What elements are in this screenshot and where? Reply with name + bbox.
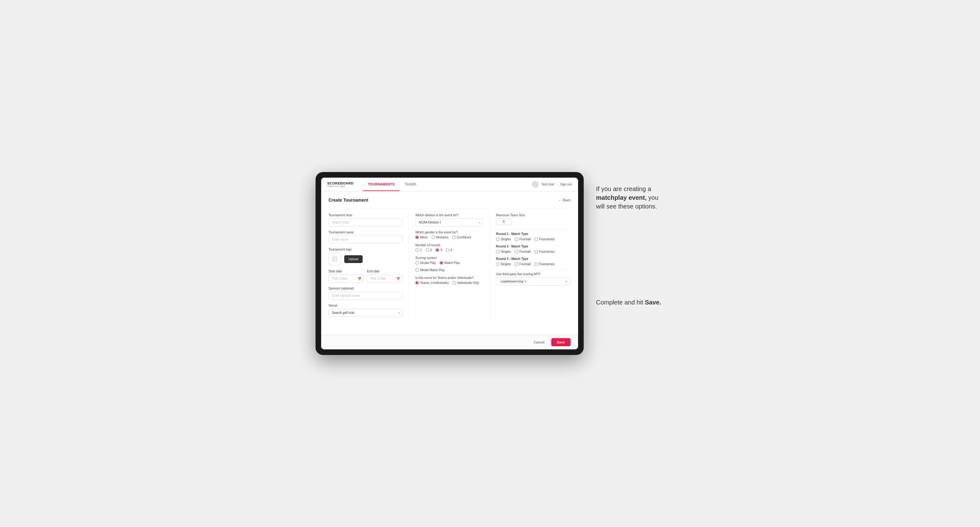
rounds-2[interactable]: 2 <box>426 248 432 252</box>
api-tag-close[interactable]: ✕ <box>524 280 527 283</box>
logo-subtitle: Powered by clippit <box>328 185 353 187</box>
end-date-label: End date <box>367 270 402 273</box>
scoring-match[interactable]: Match Play <box>440 261 460 265</box>
tournament-name-group: Tournament name <box>329 231 403 243</box>
api-dropdown-arrow: ▼ <box>565 280 568 283</box>
end-date-input[interactable] <box>367 275 402 283</box>
teams-group: Is this event for Teams and/or Individua… <box>415 276 483 284</box>
division-group: Which division is the event for? NCAA Di… <box>415 213 483 226</box>
nav-logo: SCOREBOARD Powered by clippit <box>328 181 353 187</box>
round3-foursomes[interactable]: Foursomes <box>535 262 555 266</box>
nav-tab-tournaments[interactable]: TOURNAMENTS <box>363 178 399 191</box>
scoring-stroke[interactable]: Stroke Play <box>415 261 436 265</box>
teams-plus-individuals[interactable]: Teams (+Individuals) <box>415 281 449 284</box>
venue-group: Venue Search golf club <box>329 304 403 317</box>
individuals-only[interactable]: Individuals Only <box>452 281 479 284</box>
max-team-size-group: Maximum Team Size <box>496 213 571 225</box>
start-date-wrapper <box>329 275 364 283</box>
division-label: Which division is the event for? <box>415 213 483 217</box>
sponsor-input[interactable] <box>329 292 403 300</box>
tournament-logo-label: Tournament logo <box>329 248 403 251</box>
date-row: Start date End date <box>329 270 403 283</box>
svg-point-1 <box>334 258 334 258</box>
teams-label: Is this event for Teams and/or Individua… <box>415 276 483 279</box>
end-date-wrapper <box>367 275 402 283</box>
round3-singles[interactable]: Singles <box>496 262 511 266</box>
nav-tab-teams[interactable]: TEAMS <box>399 178 421 191</box>
division-select[interactable]: NCAA Division I NCAA Division II NCAA Di… <box>415 219 483 226</box>
round1-fourball[interactable]: Fourball <box>515 238 531 241</box>
round2-fourball[interactable]: Fourball <box>515 250 531 253</box>
rounds-1[interactable]: 1 <box>415 248 422 252</box>
round2-label: Round 2 - Match Type <box>496 244 571 248</box>
nav-right: Test User | Sign out <box>532 181 572 188</box>
api-select-wrapper[interactable]: Leaderboard King ✕ ▼ <box>496 277 571 286</box>
form-col-3: Maximum Team Size Round 1 - Match Type S… <box>490 213 571 321</box>
round1-foursomes[interactable]: Foursomes <box>535 238 555 241</box>
save-button[interactable]: Save <box>551 338 571 346</box>
gender-womens[interactable]: Womens <box>431 236 449 239</box>
round3-radio-group: Singles Fourball Foursomes <box>496 262 571 266</box>
api-group: Use third-party live scoring API? Leader… <box>496 272 571 286</box>
nav-tabs: TOURNAMENTS TEAMS <box>363 178 421 191</box>
round1-radio-group: Singles Fourball Foursomes <box>496 238 571 241</box>
tablet-screen: SCOREBOARD Powered by clippit TOURNAMENT… <box>321 178 578 349</box>
gender-mens[interactable]: Mens <box>415 236 428 239</box>
rounds-3[interactable]: 3 <box>436 248 442 252</box>
rounds-4[interactable]: 4 <box>446 248 452 252</box>
max-team-size-label: Maximum Team Size <box>496 213 571 217</box>
page-title: Create Tournament <box>329 198 368 203</box>
sponsor-group: Sponsor (optional) <box>329 287 403 300</box>
start-date-label: Start date <box>329 270 364 273</box>
venue-select[interactable]: Search golf club <box>329 309 403 317</box>
start-date-input[interactable] <box>329 275 364 283</box>
round3-fourball[interactable]: Fourball <box>515 262 531 266</box>
venue-select-wrapper: Search golf club <box>329 309 403 317</box>
nav-bar: SCOREBOARD Powered by clippit TOURNAMENT… <box>321 178 578 191</box>
avatar <box>532 181 539 188</box>
rounds-group: Number of rounds 1 2 <box>415 243 483 252</box>
logo-title: SCOREBOARD <box>328 181 353 185</box>
api-tag: Leaderboard King ✕ <box>499 279 529 284</box>
round1-label: Round 1 - Match Type <box>496 232 571 236</box>
gender-combined[interactable]: Combined <box>452 236 471 239</box>
page-header: Create Tournament ← Back <box>329 198 571 203</box>
venue-label: Venue <box>329 304 403 307</box>
tournament-logo-group: Tournament logo Upload <box>329 248 403 265</box>
sponsor-label: Sponsor (optional) <box>329 287 403 290</box>
annotation-bottom: Complete and hit Save. <box>596 298 665 307</box>
back-button[interactable]: ← Back <box>558 198 571 202</box>
round2-singles[interactable]: Singles <box>496 250 511 253</box>
upload-button[interactable]: Upload <box>344 255 363 263</box>
tournament-name-input[interactable] <box>329 236 403 243</box>
teams-radio-group: Teams (+Individuals) Individuals Only <box>415 281 483 284</box>
tablet-device: SCOREBOARD Powered by clippit TOURNAMENT… <box>315 172 584 355</box>
annotation-top: If you are creating a matchplay event, y… <box>596 184 665 211</box>
max-team-size-input[interactable] <box>496 219 512 225</box>
cancel-button[interactable]: Cancel <box>530 338 548 346</box>
separator: | <box>557 183 558 186</box>
tournament-name-label: Tournament name <box>329 231 403 234</box>
annotations: If you are creating a matchplay event, y… <box>596 172 665 307</box>
start-date-group: Start date <box>329 270 364 283</box>
division-select-wrapper: NCAA Division I NCAA Division II NCAA Di… <box>415 219 483 226</box>
round3-label: Round 3 - Match Type <box>496 257 571 260</box>
tournament-host-input[interactable] <box>329 219 403 226</box>
gender-group: Which gender is the event for? Mens Wome… <box>415 231 483 239</box>
tournament-host-group: Tournament Host <box>329 213 403 226</box>
scoring-medal[interactable]: Medal Match Play <box>415 268 445 272</box>
scoring-radio-group: Stroke Play Match Play Medal Match Play <box>415 261 483 272</box>
scoring-group: Scoring system Stroke Play Match Play <box>415 256 483 272</box>
main-content: Create Tournament ← Back Tournament Host… <box>321 191 578 335</box>
form-grid: Tournament Host Tournament name Tourname… <box>329 208 571 321</box>
form-footer: Cancel Save <box>321 335 578 349</box>
end-date-group: End date <box>367 270 402 283</box>
sign-out-link[interactable]: Sign out <box>560 183 572 186</box>
logo-upload-area: Upload <box>329 253 403 265</box>
round2-foursomes[interactable]: Foursomes <box>535 250 555 253</box>
round1-singles[interactable]: Singles <box>496 238 511 241</box>
scoring-label: Scoring system <box>415 256 483 260</box>
form-col-1: Tournament Host Tournament name Tourname… <box>329 213 409 321</box>
gender-radio-group: Mens Womens Combined <box>415 236 483 239</box>
rounds-radio-group: 1 2 3 <box>415 248 483 252</box>
